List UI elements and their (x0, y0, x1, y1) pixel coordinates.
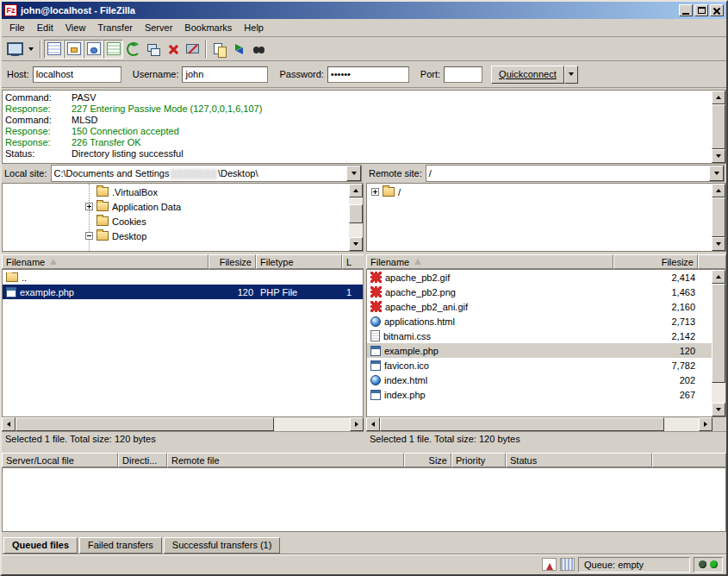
remote-file-row[interactable]: applications.html 2,713 (367, 314, 712, 329)
menu-edit[interactable]: Edit (31, 20, 59, 35)
menu-view[interactable]: View (59, 20, 92, 35)
local-file-row[interactable]: .. (3, 270, 363, 285)
scroll-track[interactable] (664, 417, 699, 431)
minimize-button[interactable] (679, 4, 693, 16)
queue-column-status[interactable]: Status (506, 453, 652, 467)
scroll-down-button[interactable] (349, 237, 363, 251)
close-button[interactable] (710, 4, 724, 16)
scroll-down-button[interactable] (712, 149, 725, 163)
remote-file-row[interactable]: example.php 120 (367, 343, 712, 358)
remote-site-combo[interactable]: / (426, 165, 725, 182)
scroll-up-button[interactable] (712, 270, 725, 284)
process-queue-icon[interactable] (143, 40, 163, 59)
remote-file-row[interactable]: favicon.ico 7,782 (367, 358, 712, 373)
remote-tree-item[interactable]: / (367, 185, 725, 199)
tab-failed-transfers[interactable]: Failed transfers (79, 537, 162, 554)
scroll-track[interactable] (349, 197, 363, 204)
scroll-up-button[interactable] (712, 91, 725, 104)
remote-file-row[interactable]: apache_pb2_ani.gif 2,160 (367, 299, 712, 314)
remote-file-row[interactable]: bitnami.css 2,142 (367, 329, 712, 343)
scroll-left-button[interactable] (2, 417, 16, 431)
remote-file-row[interactable]: index.php 267 (367, 387, 712, 402)
scroll-thumb[interactable] (16, 417, 274, 431)
scroll-down-button[interactable] (712, 237, 725, 251)
local-list-hscrollbar[interactable] (2, 417, 364, 431)
local-site-combo[interactable]: C:\Documents and Settings▒▒▒▒▒▒▒\Desktop… (51, 165, 362, 182)
scroll-thumb[interactable] (712, 197, 725, 237)
username-input[interactable] (182, 66, 268, 83)
tab-queued-files[interactable]: Queued files (3, 537, 78, 554)
refresh-icon[interactable] (123, 40, 143, 59)
cancel-operation-icon[interactable] (163, 40, 183, 59)
tree-expander-icon[interactable] (85, 203, 93, 210)
remote-column-filesize[interactable]: Filesize (613, 254, 698, 269)
queue-column-direction[interactable]: Directi... (118, 453, 167, 467)
local-column-filesize[interactable]: Filesize (208, 254, 256, 269)
log-scrollbar[interactable] (712, 91, 725, 163)
maximize-button[interactable] (694, 4, 708, 16)
menu-bookmarks[interactable]: Bookmarks (178, 20, 238, 35)
local-tree-scrollbar[interactable] (349, 184, 363, 251)
scroll-left-button[interactable] (366, 417, 380, 431)
scroll-thumb[interactable] (712, 104, 725, 149)
tree-expander-icon[interactable] (85, 232, 93, 240)
queue-column-size[interactable]: Size (404, 453, 451, 467)
scroll-track[interactable] (349, 223, 363, 237)
remote-file-row[interactable]: apache_pb2.gif 2,414 (367, 270, 712, 285)
scroll-track[interactable] (274, 417, 350, 431)
remote-list-scrollbar[interactable] (712, 270, 725, 416)
scroll-up-button[interactable] (349, 184, 363, 197)
site-manager-dropdown-icon[interactable] (25, 40, 37, 59)
queue-column-priority[interactable]: Priority (451, 453, 506, 467)
remote-tree-scrollbar[interactable] (712, 184, 725, 251)
find-files-icon[interactable] (249, 40, 269, 59)
remote-file-row[interactable]: apache_pb2.png 1,463 (367, 285, 712, 299)
local-column-last-modified[interactable]: L (342, 254, 364, 269)
remote-list-hscrollbar[interactable] (366, 417, 726, 431)
local-file-row[interactable]: example.php 120 PHP File 1 (3, 285, 363, 299)
local-tree-item[interactable]: Cookies (3, 214, 363, 229)
queue-column-remote-file[interactable]: Remote file (167, 453, 404, 467)
local-column-filename[interactable]: Filename (2, 254, 208, 269)
tree-expander-icon[interactable] (371, 188, 379, 196)
quickconnect-button[interactable]: Quickconnect (491, 66, 564, 84)
disconnect-icon[interactable] (183, 40, 202, 59)
site-manager-icon[interactable] (5, 40, 25, 59)
combo-dropdown-button[interactable] (709, 166, 724, 181)
remote-column-filename[interactable]: Filename (366, 254, 613, 269)
toggle-queue-icon[interactable] (103, 40, 123, 59)
menu-transfer[interactable]: Transfer (91, 20, 139, 35)
keyboard-icon[interactable] (560, 558, 575, 571)
port-input[interactable] (444, 66, 482, 83)
scroll-up-button[interactable] (712, 184, 725, 197)
menu-file[interactable]: File (3, 20, 31, 35)
menu-server[interactable]: Server (139, 20, 178, 35)
combo-dropdown-button[interactable] (346, 166, 361, 181)
scroll-track[interactable] (712, 383, 725, 403)
toggle-local-tree-icon[interactable] (64, 40, 84, 59)
quickconnect-dropdown[interactable] (564, 66, 578, 84)
host-input[interactable] (33, 66, 121, 83)
scroll-right-button[interactable] (699, 417, 712, 431)
menu-help[interactable]: Help (238, 20, 270, 35)
local-tree-item[interactable]: Application Data (3, 199, 363, 214)
scroll-right-button[interactable] (350, 417, 364, 431)
local-column-filetype[interactable]: Filetype (256, 254, 342, 269)
queue-column-server-local-file[interactable]: Server/Local file (2, 453, 118, 467)
title-bar[interactable]: Fz john@localhost - FileZilla (2, 2, 726, 19)
scroll-down-button[interactable] (712, 403, 725, 416)
transfer-queue-list[interactable] (2, 467, 726, 532)
document-icon[interactable] (542, 558, 557, 571)
synchronized-browsing-icon[interactable] (229, 40, 249, 59)
local-tree-item[interactable]: Desktop (3, 229, 363, 243)
directory-comparison-icon[interactable] (209, 40, 229, 59)
local-tree-item[interactable]: .VirtualBox (3, 185, 363, 199)
scroll-thumb[interactable] (712, 284, 725, 383)
toggle-remote-tree-icon[interactable] (84, 40, 103, 59)
password-input[interactable] (327, 66, 409, 83)
scroll-thumb[interactable] (380, 417, 664, 431)
remote-file-row[interactable]: index.html 202 (367, 373, 712, 387)
toggle-message-log-icon[interactable] (44, 40, 64, 59)
tab-successful-transfers[interactable]: Successful transfers (1) (164, 537, 281, 554)
scroll-thumb[interactable] (349, 204, 363, 223)
